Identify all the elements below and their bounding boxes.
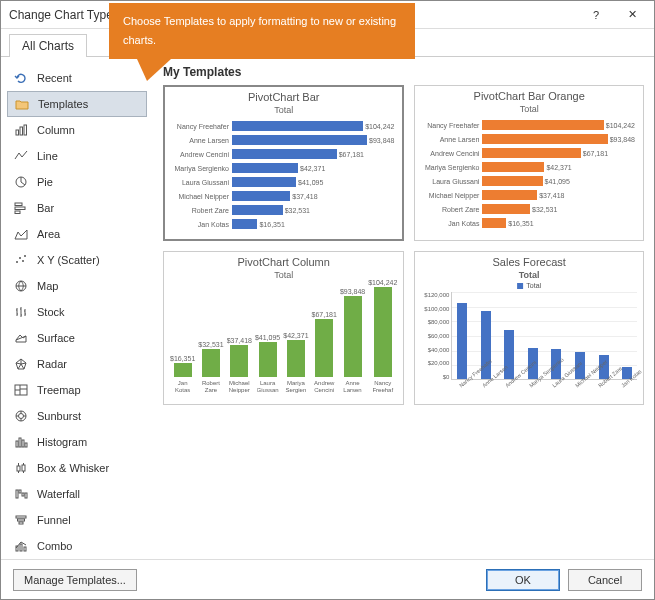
- sidebar-item-label: Combo: [37, 540, 72, 552]
- sidebar-item-map[interactable]: Map: [7, 273, 147, 299]
- sidebar-item-label: Surface: [37, 332, 75, 344]
- svg-rect-21: [16, 490, 18, 498]
- cancel-button[interactable]: Cancel: [568, 569, 642, 591]
- sunburst-icon: [13, 408, 29, 424]
- sidebar-item-surface[interactable]: Surface: [7, 325, 147, 351]
- svg-rect-5: [15, 207, 25, 210]
- svg-rect-25: [16, 516, 26, 518]
- sidebar-item-label: Stock: [37, 306, 65, 318]
- sidebar-item-pie[interactable]: Pie: [7, 169, 147, 195]
- window-title: Change Chart Type: [9, 8, 113, 22]
- svg-point-8: [19, 257, 21, 259]
- chart-preview: Total $120,000$100,000$80,000$60,000$40,…: [419, 282, 639, 398]
- close-icon: ✕: [628, 8, 637, 21]
- sidebar-item-treemap[interactable]: Treemap: [7, 377, 147, 403]
- template-pivotchart-bar[interactable]: PivotChart Bar Total Nancy Freehafer$104…: [163, 85, 404, 241]
- sidebar-item-label: Waterfall: [37, 488, 80, 500]
- template-title: Sales Forecast: [419, 256, 639, 268]
- pie-icon: [13, 174, 29, 190]
- svg-point-14: [19, 414, 24, 419]
- sidebar-item-scatter[interactable]: X Y (Scatter): [7, 247, 147, 273]
- sidebar-item-label: Pie: [37, 176, 53, 188]
- svg-rect-18: [25, 443, 27, 447]
- sidebar-item-label: Area: [37, 228, 60, 240]
- svg-rect-27: [19, 522, 23, 524]
- stock-icon: [13, 304, 29, 320]
- svg-rect-23: [22, 493, 24, 496]
- svg-point-9: [22, 260, 24, 262]
- ok-button[interactable]: OK: [486, 569, 560, 591]
- svg-point-7: [16, 261, 18, 263]
- scatter-icon: [13, 252, 29, 268]
- svg-rect-0: [16, 130, 19, 135]
- manage-templates-button[interactable]: Manage Templates...: [13, 569, 137, 591]
- sidebar-item-histogram[interactable]: Histogram: [7, 429, 147, 455]
- sidebar-item-column[interactable]: Column: [7, 117, 147, 143]
- bar-icon: [13, 200, 29, 216]
- sidebar-item-label: Templates: [38, 98, 88, 110]
- sidebar-item-funnel[interactable]: Funnel: [7, 507, 147, 533]
- close-button[interactable]: ✕: [614, 4, 650, 26]
- help-button[interactable]: ?: [578, 4, 614, 26]
- sidebar-item-recent[interactable]: Recent: [7, 65, 147, 91]
- map-icon: [13, 278, 29, 294]
- sidebar-item-stock[interactable]: Stock: [7, 299, 147, 325]
- svg-rect-16: [19, 438, 21, 447]
- sidebar-item-templates[interactable]: Templates: [7, 91, 147, 117]
- svg-rect-30: [24, 547, 26, 551]
- chart-categories: Nancy FreehaferAnne LarsenAndrew Cencini…: [451, 382, 637, 398]
- svg-rect-19: [17, 466, 20, 471]
- svg-rect-20: [22, 465, 25, 471]
- line-icon: [13, 148, 29, 164]
- template-pivotchart-bar-orange[interactable]: PivotChart Bar Orange Total Nancy Freeha…: [414, 85, 644, 241]
- svg-rect-2: [24, 125, 27, 135]
- template-subtitle: Total: [168, 270, 399, 280]
- funnel-icon: [13, 512, 29, 528]
- area-icon: [13, 226, 29, 242]
- sidebar-item-line[interactable]: Line: [7, 143, 147, 169]
- recent-icon: [13, 70, 29, 86]
- svg-rect-6: [15, 211, 20, 214]
- sidebar-item-combo[interactable]: Combo: [7, 533, 147, 559]
- section-header: My Templates: [163, 65, 644, 79]
- sidebar-item-waterfall[interactable]: Waterfall: [7, 481, 147, 507]
- help-icon: ?: [593, 9, 599, 21]
- svg-point-10: [24, 255, 26, 257]
- sidebar-item-boxwhisker[interactable]: Box & Whisker: [7, 455, 147, 481]
- sidebar-item-label: Bar: [37, 202, 54, 214]
- sidebar-item-label: Column: [37, 124, 75, 136]
- sidebar-item-label: Funnel: [37, 514, 71, 526]
- template-subtitle: Total: [419, 270, 639, 280]
- template-pivotchart-column[interactable]: PivotChart Column Total $16,351Jan Kotas…: [163, 251, 404, 405]
- sidebar-item-sunburst[interactable]: Sunburst: [7, 403, 147, 429]
- sidebar-item-label: X Y (Scatter): [37, 254, 100, 266]
- callout-text: Choose Templates to apply formatting to …: [123, 15, 396, 46]
- column-icon: [13, 122, 29, 138]
- category-sidebar: Recent Templates Column Line Pie Bar Are…: [1, 57, 153, 559]
- template-title: PivotChart Column: [168, 256, 399, 268]
- svg-rect-22: [19, 490, 21, 493]
- svg-rect-17: [22, 440, 24, 447]
- svg-rect-15: [16, 441, 18, 447]
- chart-legend: Total: [517, 282, 541, 289]
- folder-icon: [14, 96, 30, 112]
- sidebar-item-bar[interactable]: Bar: [7, 195, 147, 221]
- treemap-icon: [13, 382, 29, 398]
- template-title: PivotChart Bar: [169, 91, 398, 103]
- waterfall-icon: [13, 486, 29, 502]
- svg-rect-26: [18, 519, 25, 521]
- template-subtitle: Total: [169, 105, 398, 115]
- svg-rect-24: [25, 493, 27, 498]
- template-sales-forecast[interactable]: Sales Forecast Total Total $120,000$100,…: [414, 251, 644, 405]
- sidebar-item-area[interactable]: Area: [7, 221, 147, 247]
- tutorial-callout: Choose Templates to apply formatting to …: [109, 3, 415, 59]
- tab-all-charts[interactable]: All Charts: [9, 34, 87, 57]
- histogram-icon: [13, 434, 29, 450]
- surface-icon: [13, 330, 29, 346]
- chart-yaxis: $120,000$100,000$80,000$60,000$40,000$20…: [419, 292, 449, 380]
- sidebar-item-radar[interactable]: Radar: [7, 351, 147, 377]
- sidebar-item-label: Treemap: [37, 384, 81, 396]
- sidebar-item-label: Box & Whisker: [37, 462, 109, 474]
- sidebar-item-label: Radar: [37, 358, 67, 370]
- template-title: PivotChart Bar Orange: [419, 90, 639, 102]
